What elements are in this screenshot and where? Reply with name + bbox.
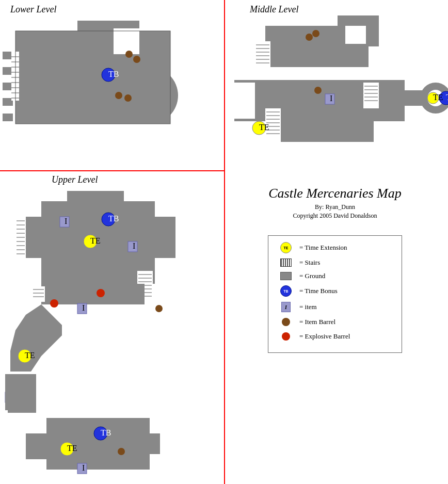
lower-level-map: TB — [0, 0, 224, 170]
legend-container: Castle Mercenaries Map By: Ryan_Dunn Cop… — [234, 186, 436, 480]
te-badge: TE — [280, 242, 292, 253]
item-barrel-icon — [281, 317, 291, 327]
svg-point-58 — [306, 34, 313, 41]
svg-point-24 — [115, 92, 122, 99]
svg-text:TE: TE — [433, 93, 443, 102]
svg-rect-88 — [32, 286, 45, 302]
svg-rect-104 — [8, 387, 36, 413]
svg-marker-97 — [10, 304, 62, 372]
legend-row-explosive-barrel: = Explosive Barrel — [277, 332, 393, 341]
legend-icon-tb: TB — [277, 285, 295, 297]
svg-point-25 — [124, 94, 132, 102]
tb-badge: TB — [280, 285, 292, 297]
svg-rect-37 — [234, 83, 255, 119]
legend-row-te: TE = Time Extension — [277, 242, 393, 253]
svg-text:TB: TB — [108, 70, 119, 78]
legend-row-item: I = item — [277, 302, 393, 312]
svg-point-125 — [282, 318, 290, 326]
svg-text:I: I — [82, 463, 85, 472]
legend-icon-stairs — [277, 259, 295, 267]
svg-text:I: I — [65, 217, 67, 225]
svg-text:I: I — [330, 94, 332, 103]
legend-icon-te: TE — [277, 242, 295, 253]
legend-icon-explosive-barrel — [277, 332, 295, 341]
legend-row-tb: TB = Time Bonus — [277, 285, 393, 297]
svg-rect-113 — [26, 433, 52, 459]
vertical-divider — [224, 0, 225, 484]
legend-label-explosive-barrel: = Explosive Barrel — [299, 332, 350, 341]
svg-text:I: I — [133, 241, 135, 250]
svg-point-96 — [50, 299, 58, 308]
map-title: Castle Mercenaries Map — [234, 186, 436, 201]
svg-point-60 — [314, 87, 322, 94]
upper-level-map: TB TE I I I — [0, 170, 224, 484]
svg-rect-69 — [147, 217, 175, 258]
legend-label-te: = Time Extension — [299, 244, 347, 252]
legend-label-item: = item — [299, 303, 317, 311]
horizontal-divider — [0, 170, 224, 171]
svg-text:TB: TB — [446, 93, 448, 102]
svg-point-59 — [312, 30, 319, 37]
legend-label-tb: = Time Bonus — [299, 287, 338, 295]
svg-rect-18 — [114, 28, 139, 54]
svg-rect-6 — [3, 114, 13, 121]
svg-point-95 — [155, 305, 163, 312]
item-badge: I — [281, 302, 291, 312]
upper-level-quadrant: Upper Level TB TE I I — [0, 170, 224, 484]
svg-rect-52 — [281, 119, 374, 142]
map-copyright: Copyright 2005 David Donaldson — [234, 212, 436, 220]
svg-text:TE: TE — [90, 236, 101, 245]
svg-rect-28 — [345, 26, 366, 44]
svg-text:I: I — [82, 303, 85, 312]
map-author: By: Ryan_Dunn — [234, 203, 436, 211]
legend-label-ground: = Ground — [299, 272, 325, 280]
svg-point-22 — [125, 51, 133, 58]
middle-level-quadrant: Middle Level — [224, 0, 448, 170]
legend-box: TE = Time Extension = Stairs = Ground — [268, 235, 402, 353]
svg-rect-70 — [67, 191, 124, 212]
svg-text:TB: TB — [101, 428, 111, 437]
svg-rect-114 — [139, 433, 160, 454]
svg-text:TE: TE — [25, 351, 35, 360]
legend-icon-item-barrel — [277, 317, 295, 327]
middle-level-map: TE I TB TE — [224, 0, 448, 170]
legend-icon-item: I — [277, 302, 295, 312]
legend-icon-ground — [277, 272, 295, 280]
svg-rect-105 — [46, 418, 150, 470]
explosive-barrel-icon — [281, 332, 291, 341]
legend-label-stairs: = Stairs — [299, 259, 320, 267]
legend-row-stairs: = Stairs — [277, 259, 393, 267]
svg-text:TE: TE — [259, 123, 269, 132]
stairs-icon — [280, 259, 292, 267]
svg-point-126 — [282, 332, 290, 341]
legend-quadrant: Castle Mercenaries Map By: Ryan_Dunn Cop… — [224, 170, 448, 484]
lower-level-quadrant: Lower Level TB — [0, 0, 224, 170]
svg-rect-36 — [234, 80, 405, 121]
svg-point-110 — [118, 448, 125, 455]
legend-label-item-barrel: = Item Barrel — [299, 318, 335, 326]
ground-icon — [280, 272, 292, 280]
svg-point-92 — [97, 289, 105, 297]
legend-row-ground: = Ground — [277, 272, 393, 280]
svg-text:TE: TE — [67, 444, 77, 453]
legend-row-item-barrel: = Item Barrel — [277, 317, 393, 327]
svg-text:TB: TB — [108, 214, 119, 223]
svg-point-23 — [133, 56, 140, 63]
